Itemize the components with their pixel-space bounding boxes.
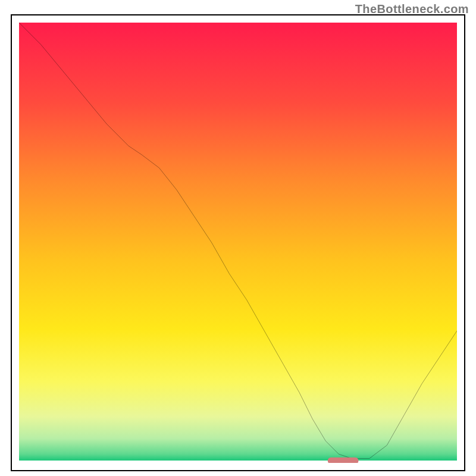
min-marker: [328, 458, 359, 463]
curve-line: [19, 23, 457, 459]
chart-overlay: [19, 23, 457, 463]
chart-frame: [11, 14, 465, 471]
plot-area: [19, 23, 457, 463]
